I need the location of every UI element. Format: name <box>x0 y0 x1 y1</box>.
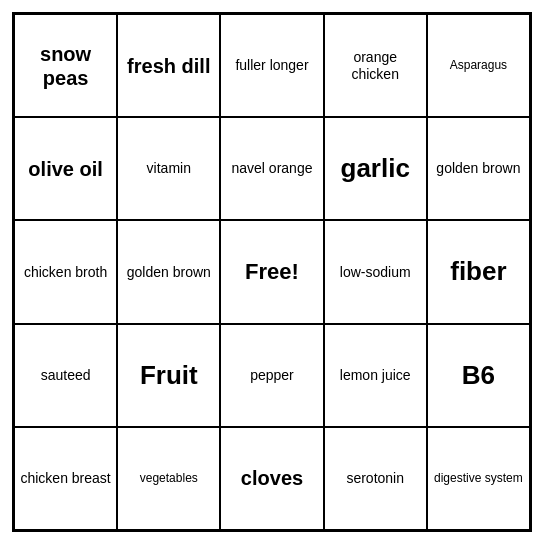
cell-r1c4: golden brown <box>427 117 530 220</box>
cell-r0c1: fresh dill <box>117 14 220 117</box>
cell-text-r4c2: cloves <box>241 466 303 490</box>
cell-text-r1c1: vitamin <box>147 160 191 177</box>
cell-text-r3c3: lemon juice <box>340 367 411 384</box>
cell-text-r0c2: fuller longer <box>235 57 308 74</box>
cell-r3c1: Fruit <box>117 324 220 427</box>
cell-r4c0: chicken breast <box>14 427 117 530</box>
cell-r4c4: digestive system <box>427 427 530 530</box>
cell-text-r2c4: fiber <box>450 256 506 287</box>
cell-r1c1: vitamin <box>117 117 220 220</box>
cell-text-r1c0: olive oil <box>28 157 102 181</box>
cell-text-r2c2: Free! <box>245 259 299 285</box>
cell-r4c2: cloves <box>220 427 323 530</box>
cell-r3c3: lemon juice <box>324 324 427 427</box>
cell-r1c2: navel orange <box>220 117 323 220</box>
cell-r3c0: sauteed <box>14 324 117 427</box>
cell-text-r2c3: low-sodium <box>340 264 411 281</box>
cell-text-r1c3: garlic <box>341 153 410 184</box>
cell-r4c3: serotonin <box>324 427 427 530</box>
bingo-board: snow peasfresh dillfuller longerorange c… <box>12 12 532 532</box>
cell-r2c1: golden brown <box>117 220 220 323</box>
cell-text-r3c1: Fruit <box>140 360 198 391</box>
cell-r2c3: low-sodium <box>324 220 427 323</box>
cell-text-r0c1: fresh dill <box>127 54 210 78</box>
cell-text-r0c4: Asparagus <box>450 58 507 72</box>
cell-text-r1c4: golden brown <box>436 160 520 177</box>
cell-r1c3: garlic <box>324 117 427 220</box>
cell-r0c0: snow peas <box>14 14 117 117</box>
cell-text-r2c1: golden brown <box>127 264 211 281</box>
cell-text-r4c3: serotonin <box>346 470 404 487</box>
cell-r0c2: fuller longer <box>220 14 323 117</box>
cell-text-r2c0: chicken broth <box>24 264 107 281</box>
cell-r2c0: chicken broth <box>14 220 117 323</box>
cell-r4c1: vegetables <box>117 427 220 530</box>
cell-text-r0c3: orange chicken <box>329 49 422 83</box>
cell-text-r4c4: digestive system <box>434 471 523 485</box>
cell-r2c2: Free! <box>220 220 323 323</box>
cell-text-r3c0: sauteed <box>41 367 91 384</box>
cell-text-r3c4: B6 <box>462 360 495 391</box>
cell-text-r4c0: chicken breast <box>20 470 110 487</box>
cell-text-r4c1: vegetables <box>140 471 198 485</box>
cell-r1c0: olive oil <box>14 117 117 220</box>
cell-r2c4: fiber <box>427 220 530 323</box>
cell-text-r1c2: navel orange <box>232 160 313 177</box>
cell-text-r0c0: snow peas <box>19 42 112 90</box>
cell-r0c4: Asparagus <box>427 14 530 117</box>
cell-r3c2: pepper <box>220 324 323 427</box>
cell-r0c3: orange chicken <box>324 14 427 117</box>
cell-text-r3c2: pepper <box>250 367 294 384</box>
cell-r3c4: B6 <box>427 324 530 427</box>
